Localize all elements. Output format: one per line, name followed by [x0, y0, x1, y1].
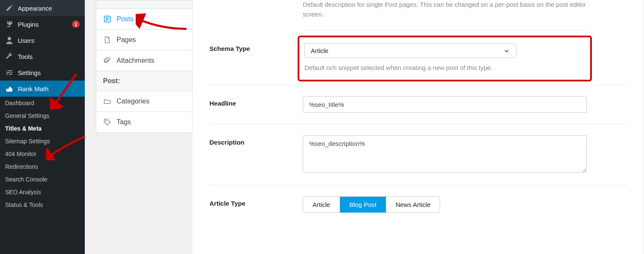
submenu-seo-analysis[interactable]: SEO Analysis	[0, 186, 85, 198]
select-value: Article	[311, 47, 329, 54]
menu-users[interactable]: Users	[0, 32, 85, 48]
submenu-search-console[interactable]: Search Console	[0, 173, 85, 186]
article-type-article[interactable]: Article	[303, 197, 340, 212]
article-type-group: Article Blog Post News Article	[303, 196, 440, 213]
tab-label: Tags	[117, 118, 131, 126]
row-headline: Headline	[209, 85, 627, 124]
post-icon	[103, 15, 112, 23]
menu-rank-math[interactable]: Rank Math	[0, 81, 85, 97]
field-label: Headline	[209, 96, 303, 107]
article-type-news-article[interactable]: News Article	[386, 197, 440, 212]
tab-label: Pages	[117, 36, 136, 44]
field-help: Default rich snippet selected when creat…	[304, 63, 585, 72]
tab-tags[interactable]: Tags	[96, 112, 192, 133]
rank-math-submenu: Dashboard General Settings Titles & Meta…	[0, 97, 85, 211]
settings-tabs: Posts Pages Attachments Post: Categories…	[85, 0, 192, 254]
tab-label: Categories	[117, 98, 149, 105]
menu-label: Rank Math	[18, 85, 80, 92]
brush-icon	[5, 4, 14, 12]
wrench-icon	[5, 52, 14, 61]
article-type-blog-post[interactable]: Blog Post	[340, 197, 386, 212]
user-icon	[5, 36, 14, 45]
submenu-sitemap-settings[interactable]: Sitemap Settings	[0, 135, 85, 148]
row-schema-type: Schema Type Article Default rich snippet…	[209, 31, 627, 85]
tab-label: Posts	[117, 15, 134, 23]
tab-attachments[interactable]: Attachments	[96, 50, 192, 71]
tab-pages[interactable]: Pages	[96, 29, 192, 50]
tab-heading-post: Post:	[96, 71, 192, 91]
tab-label: Attachments	[117, 57, 154, 64]
submenu-general-settings[interactable]: General Settings	[0, 109, 85, 122]
row-article-type: Article Type Article Blog Post News Arti…	[209, 185, 627, 224]
plug-icon	[5, 20, 14, 28]
page-icon	[103, 36, 112, 44]
menu-label: Users	[18, 37, 80, 44]
paperclip-icon	[103, 56, 112, 65]
submenu-status-tools[interactable]: Status & Tools	[0, 198, 85, 211]
settings-panel: Default description for single Post page…	[192, 0, 644, 254]
svg-point-4	[106, 120, 106, 121]
menu-settings[interactable]: Settings	[0, 64, 85, 81]
annotation-highlight: Article Default rich snippet selected wh…	[298, 36, 592, 81]
menu-tools[interactable]: Tools	[0, 48, 85, 64]
schema-type-select[interactable]: Article	[304, 43, 585, 58]
tab-posts[interactable]: Posts	[96, 8, 192, 29]
submenu-redirections[interactable]: Redirections	[0, 160, 85, 173]
submenu-404-monitor[interactable]: 404 Monitor	[0, 148, 85, 160]
row-description: Description	[209, 124, 627, 185]
chart-icon	[5, 84, 14, 93]
intro-help-text: Default description for single Post page…	[303, 0, 587, 31]
submenu-dashboard[interactable]: Dashboard	[0, 97, 85, 109]
description-input[interactable]	[303, 135, 587, 173]
menu-label: Tools	[18, 53, 80, 60]
update-badge: 1	[72, 20, 80, 28]
menu-label: Appearance	[18, 5, 80, 12]
menu-label: Plugins	[18, 21, 68, 28]
submenu-titles-meta[interactable]: Titles & Meta	[0, 122, 85, 135]
field-label: Article Type	[209, 196, 303, 207]
wp-admin-sidebar: Appearance Plugins 1 Users Tools Setting…	[0, 0, 85, 254]
menu-plugins[interactable]: Plugins 1	[0, 16, 85, 32]
field-label: Description	[209, 135, 303, 146]
menu-appearance[interactable]: Appearance	[0, 0, 85, 16]
tag-icon	[103, 118, 112, 126]
field-label: Schema Type	[209, 42, 303, 52]
chevron-down-icon	[503, 47, 510, 54]
tab-categories[interactable]: Categories	[96, 91, 192, 112]
sliders-icon	[5, 68, 14, 77]
folder-icon	[103, 97, 112, 106]
tab-heading-label: Post:	[103, 77, 120, 85]
headline-input[interactable]	[303, 96, 587, 113]
menu-label: Settings	[18, 69, 80, 76]
